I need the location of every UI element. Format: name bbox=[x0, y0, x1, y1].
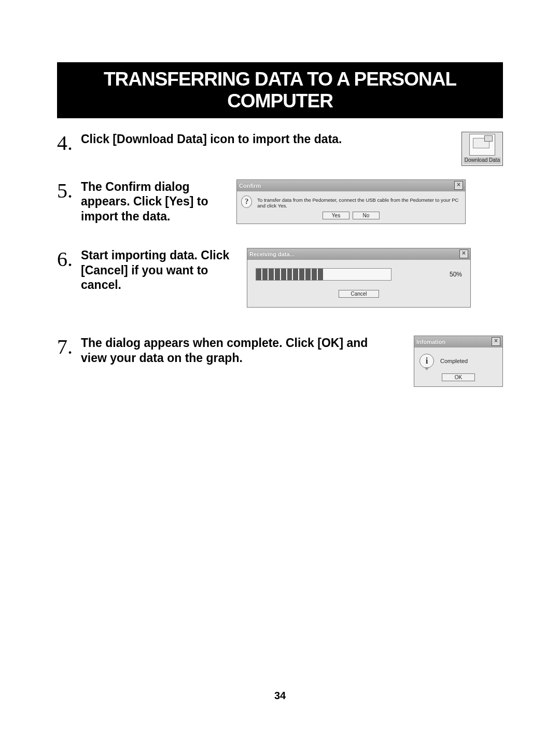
page-number: 34 bbox=[0, 690, 560, 702]
information-dialog: Infomation × i Completed OK bbox=[414, 336, 503, 387]
step-number: 6. bbox=[57, 248, 81, 270]
receiving-dialog-title: Receiving data... bbox=[249, 251, 295, 257]
cancel-button[interactable]: Cancel bbox=[339, 290, 379, 298]
download-data-icon[interactable]: Download Data bbox=[461, 132, 503, 166]
information-dialog-titlebar: Infomation × bbox=[414, 336, 502, 347]
step-6: 6. Start importing data. Click [Cancel] … bbox=[57, 248, 503, 308]
progress-bar bbox=[256, 268, 391, 281]
step-4-text: Click [Download Data] icon to import the… bbox=[81, 132, 342, 147]
confirm-dialog-titlebar: Confirm × bbox=[237, 180, 465, 191]
no-button[interactable]: No bbox=[353, 212, 380, 219]
confirm-dialog: Confirm × ? To transfer data from the Pe… bbox=[236, 179, 466, 224]
step-4: 4. Click [Download Data] icon to import … bbox=[57, 132, 503, 166]
download-data-icon-label: Download Data bbox=[464, 157, 501, 164]
ok-button[interactable]: OK bbox=[442, 373, 475, 381]
receiving-dialog-titlebar: Receiving data... × bbox=[247, 248, 470, 260]
step-number: 5. bbox=[57, 179, 81, 201]
confirm-dialog-title: Confirm bbox=[239, 183, 261, 189]
receiving-dialog: Receiving data... × 50% bbox=[247, 248, 471, 308]
info-icon: i bbox=[419, 354, 434, 368]
section-banner: TRANSFERRING DATA TO A PERSONAL COMPUTER bbox=[57, 62, 503, 118]
close-icon[interactable]: × bbox=[459, 249, 468, 258]
download-data-icon-graphic bbox=[469, 134, 495, 156]
progress-percent: 50% bbox=[450, 271, 462, 278]
close-icon[interactable]: × bbox=[454, 181, 463, 190]
close-icon[interactable]: × bbox=[492, 337, 500, 346]
step-6-text: Start importing data. Click [Cancel] if … bbox=[81, 248, 236, 293]
yes-button[interactable]: Yes bbox=[323, 212, 349, 219]
information-dialog-message: Completed bbox=[440, 358, 468, 364]
step-7: 7. The dialog appears when complete. Cli… bbox=[57, 336, 503, 387]
step-5: 5. The Confirm dialog appears. Click [Ye… bbox=[57, 179, 503, 224]
step-number: 7. bbox=[57, 336, 81, 357]
confirm-dialog-message: To transfer data from the Pedometer, con… bbox=[257, 196, 461, 208]
step-5-text: The Confirm dialog appears. Click [Yes] … bbox=[81, 179, 226, 224]
step-7-text: The dialog appears when complete. Click … bbox=[81, 336, 371, 366]
step-number: 4. bbox=[57, 132, 81, 154]
question-icon: ? bbox=[241, 196, 252, 208]
information-dialog-title: Infomation bbox=[416, 339, 445, 345]
manual-page: TRANSFERRING DATA TO A PERSONAL COMPUTER… bbox=[0, 0, 560, 751]
